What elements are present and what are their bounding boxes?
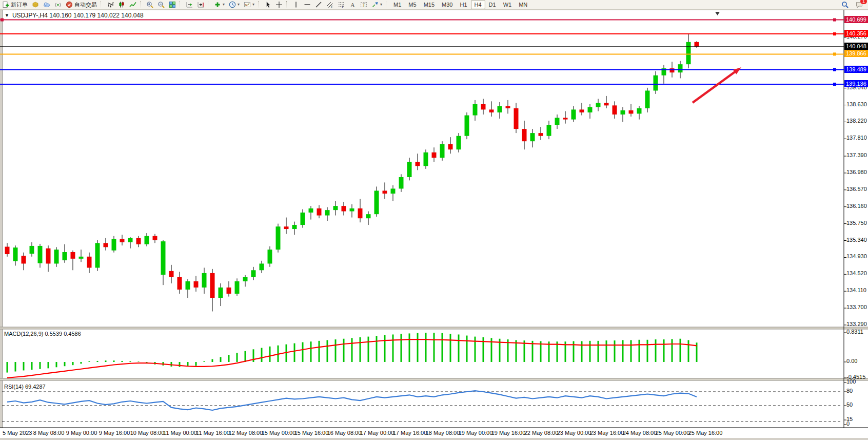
channel-button[interactable]: E <box>324 0 336 9</box>
price-tag-140.048: 140.048 <box>844 43 868 50</box>
candle <box>654 75 658 91</box>
macd-axis-label: 0.8311 <box>846 329 863 335</box>
candle <box>498 106 502 112</box>
chevron-down-icon[interactable]: ▼ <box>5 13 9 18</box>
price-axis[interactable]: 140.270139.040138.630138.220137.810137.3… <box>844 10 868 428</box>
tf-m15-label: M15 <box>424 2 435 8</box>
candle <box>284 226 289 229</box>
tf-w1-button[interactable]: W1 <box>500 0 516 9</box>
text-button[interactable]: A <box>347 0 358 9</box>
tf-h4-button[interactable]: H4 <box>471 0 485 9</box>
templates-icon <box>244 1 251 8</box>
indicators-button[interactable]: ▾ <box>212 0 227 9</box>
tf-m30-button[interactable]: M30 <box>438 0 456 9</box>
candle <box>473 104 478 116</box>
fibonacci-button[interactable]: F <box>336 0 347 9</box>
indicators-icon <box>214 1 221 8</box>
candle <box>128 238 133 242</box>
crosshair-button[interactable] <box>273 0 285 9</box>
label-button[interactable]: T <box>358 0 369 9</box>
chat-button[interactable]: 1 <box>854 0 865 9</box>
cursor-button[interactable] <box>262 0 273 9</box>
price-tick-label: 134.930 <box>846 253 867 259</box>
candle <box>260 263 264 270</box>
price-tag-139.866: 139.866 <box>844 50 868 57</box>
virtual-hosting-button[interactable] <box>41 0 52 9</box>
time-label: 22 May 08:00 <box>524 430 559 436</box>
tf-h4-label: H4 <box>475 2 482 8</box>
price-tick-label: 133.290 <box>846 321 867 327</box>
tf-h1-button[interactable]: H1 <box>456 0 470 9</box>
signals-button[interactable] <box>52 0 64 9</box>
tile-windows-icon <box>169 1 176 8</box>
candle <box>276 226 281 250</box>
time-label: 23 May 16:00 <box>590 430 624 436</box>
time-axis[interactable]: 5 May 20238 May 08:009 May 00:009 May 16… <box>0 428 868 438</box>
candle <box>87 257 92 268</box>
chart-window: ▼ USDJPY-,H4 140.160 140.179 140.022 140… <box>0 9 868 440</box>
rsi-axis-label: 80 <box>846 388 853 394</box>
candle <box>309 208 313 213</box>
chart-bars-icon <box>107 1 114 8</box>
chart-bars-button[interactable] <box>105 0 116 9</box>
symbol-ohlc-label: USDJPY-,H4 140.160 140.179 140.022 140.0… <box>12 12 144 19</box>
price-tick-label: 134.110 <box>846 287 866 293</box>
hline-button[interactable] <box>302 0 313 9</box>
tf-m1-button[interactable]: M1 <box>390 0 405 9</box>
price-tick-label: 136.980 <box>846 169 867 175</box>
candle <box>547 125 551 136</box>
trendline-button[interactable] <box>313 0 324 9</box>
arrows-button[interactable]: ▾ <box>369 0 384 9</box>
zoom-out-button[interactable] <box>155 0 167 9</box>
chart-shift-marker[interactable] <box>715 12 720 15</box>
candle <box>613 105 617 114</box>
toolbar-separator <box>286 1 288 8</box>
vline-button[interactable] <box>290 0 302 9</box>
vline-icon <box>292 1 300 8</box>
annotation-arrow[interactable] <box>693 71 736 103</box>
candle <box>571 109 576 119</box>
metaeditor-button[interactable] <box>30 0 41 9</box>
signals-icon <box>54 1 62 8</box>
tf-m15-button[interactable]: M15 <box>420 0 438 9</box>
tf-m5-label: M5 <box>408 2 416 8</box>
chart-line-button[interactable] <box>127 0 139 9</box>
candle <box>136 238 141 244</box>
auto-scroll-button[interactable] <box>184 0 195 9</box>
candle <box>112 239 116 250</box>
candle <box>670 68 675 72</box>
chart-candles-button[interactable] <box>116 0 127 9</box>
candle <box>629 110 634 113</box>
toolbar-separator <box>180 1 182 8</box>
candle <box>621 110 625 114</box>
candle <box>120 239 125 242</box>
candle <box>292 225 297 229</box>
candle <box>416 162 420 166</box>
toolbar-separator <box>208 1 210 8</box>
zoom-in-button[interactable] <box>144 0 155 9</box>
time-label: 12 May 08:00 <box>229 430 263 436</box>
time-label: 24 May 08:00 <box>623 430 657 436</box>
time-label: 19 May 16:00 <box>491 430 526 436</box>
new-order-button[interactable]: 新订单 <box>0 0 30 9</box>
chart-canvas[interactable] <box>0 9 868 440</box>
price-tick-label: 135.340 <box>846 237 867 243</box>
text-icon: A <box>349 1 356 8</box>
cursor-icon <box>264 1 271 8</box>
periods-button[interactable]: ▾ <box>227 0 242 9</box>
tf-m5-button[interactable]: M5 <box>405 0 420 9</box>
chart-shift-button[interactable] <box>195 0 206 9</box>
time-label: 9 May 00:00 <box>66 430 97 436</box>
search-button[interactable] <box>839 0 851 9</box>
tile-windows-button[interactable] <box>167 0 178 9</box>
candle <box>686 42 691 64</box>
candle <box>317 208 322 216</box>
candle <box>481 104 486 109</box>
candle <box>104 243 108 247</box>
templates-button[interactable]: ▾ <box>242 0 257 9</box>
candle <box>169 271 174 277</box>
autotrading-button[interactable]: 自动交易 <box>64 0 99 9</box>
tf-d1-button[interactable]: D1 <box>485 0 500 9</box>
tf-mn-button[interactable]: MN <box>515 0 531 9</box>
tf-w1-label: W1 <box>503 2 512 8</box>
